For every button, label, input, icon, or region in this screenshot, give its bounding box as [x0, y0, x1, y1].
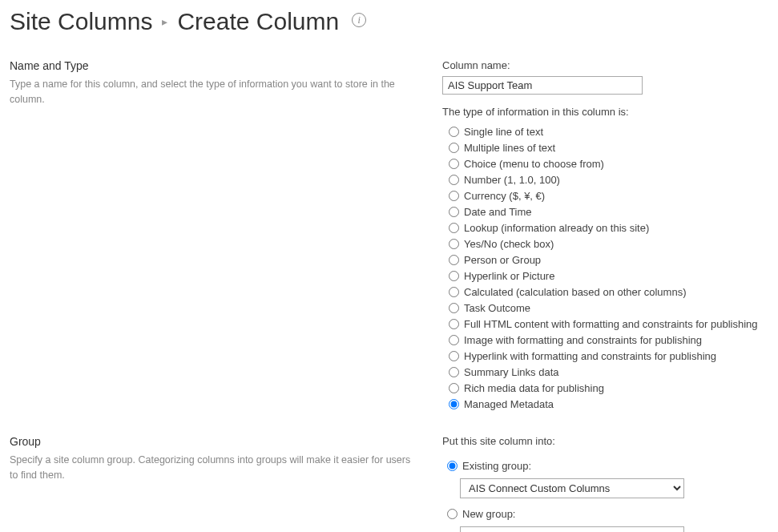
new-group-label[interactable]: New group:	[462, 506, 515, 522]
column-type-option-label[interactable]: Multiple lines of text	[464, 140, 555, 155]
section-group-title: Group	[10, 435, 418, 448]
column-type-radio[interactable]	[449, 143, 459, 153]
column-type-option: Currency ($, ¥, €)	[449, 188, 768, 204]
column-name-label: Column name:	[442, 59, 768, 71]
column-type-option-label[interactable]: Calculated (calculation based on other c…	[464, 284, 687, 300]
existing-group-label[interactable]: Existing group:	[462, 458, 531, 474]
column-type-radio[interactable]	[449, 191, 459, 201]
column-type-radio[interactable]	[449, 367, 459, 377]
column-type-radio[interactable]	[449, 127, 459, 137]
column-type-option: Choice (menu to choose from)	[449, 156, 768, 171]
new-group-radio[interactable]	[447, 509, 458, 519]
column-type-option-label[interactable]: Hyperlink or Picture	[464, 268, 554, 284]
section-group: Group Specify a site column group. Categ…	[10, 435, 768, 532]
column-type-radio[interactable]	[449, 319, 459, 329]
column-type-option: Yes/No (check box)	[449, 236, 768, 252]
column-type-radio[interactable]	[449, 271, 459, 281]
column-type-option: Date and Time	[449, 204, 768, 220]
column-type-option: Task Outcome	[449, 300, 768, 316]
column-type-option-label[interactable]: Person or Group	[464, 252, 541, 268]
section-name-and-type: Name and Type Type a name for this colum…	[10, 59, 768, 413]
column-type-option: Hyperlink with formatting and constraint…	[449, 349, 768, 364]
section-name-type-title: Name and Type	[10, 59, 418, 72]
column-type-option: Managed Metadata	[449, 397, 768, 412]
column-type-label: The type of information in this column i…	[442, 106, 768, 118]
existing-group-select[interactable]: AIS Connect Custom Columns	[460, 478, 684, 498]
column-type-radio[interactable]	[449, 207, 459, 217]
column-type-option: Full HTML content with formatting and co…	[449, 316, 768, 332]
column-type-option-label[interactable]: Task Outcome	[464, 300, 530, 316]
column-type-option: Hyperlink or Picture	[449, 268, 768, 284]
column-type-radio[interactable]	[449, 223, 459, 233]
section-group-desc: Specify a site column group. Categorizin…	[10, 453, 418, 483]
column-type-option-label[interactable]: Managed Metadata	[464, 397, 554, 412]
column-type-option-label[interactable]: Yes/No (check box)	[464, 236, 554, 252]
column-type-option-label[interactable]: Single line of text	[464, 124, 543, 139]
column-type-option-label[interactable]: Choice (menu to choose from)	[464, 156, 604, 171]
column-type-radios: Single line of textMultiple lines of tex…	[442, 124, 768, 412]
column-type-radio[interactable]	[449, 303, 459, 313]
section-name-type-desc: Type a name for this column, and select …	[10, 77, 418, 107]
column-name-input[interactable]	[442, 76, 643, 95]
column-type-radio[interactable]	[449, 335, 459, 345]
column-type-option-label[interactable]: Rich media data for publishing	[464, 381, 604, 396]
column-type-option: Rich media data for publishing	[449, 381, 768, 396]
column-type-option: Number (1, 1.0, 100)	[449, 172, 768, 187]
column-type-option-label[interactable]: Lookup (information already on this site…	[464, 220, 649, 236]
info-icon[interactable]: i	[352, 13, 366, 27]
column-type-option: Lookup (information already on this site…	[449, 220, 768, 236]
column-type-radio[interactable]	[449, 287, 459, 297]
column-type-radio[interactable]	[449, 159, 459, 169]
column-type-option: Calculated (calculation based on other c…	[449, 284, 768, 300]
column-type-radio[interactable]	[449, 383, 459, 393]
breadcrumb-caret-icon: ▸	[162, 15, 167, 28]
put-into-label: Put this site column into:	[442, 435, 768, 447]
column-type-option: Multiple lines of text	[449, 140, 768, 155]
column-type-option-label[interactable]: Hyperlink with formatting and constraint…	[464, 349, 716, 364]
column-type-radio[interactable]	[449, 239, 459, 249]
page-title: Create Column	[177, 8, 339, 35]
column-type-option: Summary Links data	[449, 365, 768, 380]
column-type-option-label[interactable]: Currency ($, ¥, €)	[464, 188, 545, 204]
column-type-radio[interactable]	[449, 351, 459, 361]
new-group-input[interactable]	[460, 526, 684, 532]
column-type-radio[interactable]	[449, 399, 459, 409]
column-type-radio[interactable]	[449, 175, 459, 185]
column-type-option-label[interactable]: Full HTML content with formatting and co…	[464, 316, 758, 332]
column-type-option-label[interactable]: Number (1, 1.0, 100)	[464, 172, 560, 187]
column-type-option-label[interactable]: Summary Links data	[464, 365, 559, 380]
page-header: Site Columns ▸ Create Column i	[10, 8, 768, 35]
column-type-option-label[interactable]: Image with formatting and constraints fo…	[464, 332, 702, 348]
column-type-option: Image with formatting and constraints fo…	[449, 332, 768, 348]
breadcrumb-site-columns[interactable]: Site Columns	[10, 8, 152, 35]
column-type-option-label[interactable]: Date and Time	[464, 204, 532, 220]
column-type-option: Single line of text	[449, 124, 768, 139]
column-type-radio[interactable]	[449, 255, 459, 265]
column-type-option: Person or Group	[449, 252, 768, 268]
existing-group-radio[interactable]	[447, 461, 458, 471]
